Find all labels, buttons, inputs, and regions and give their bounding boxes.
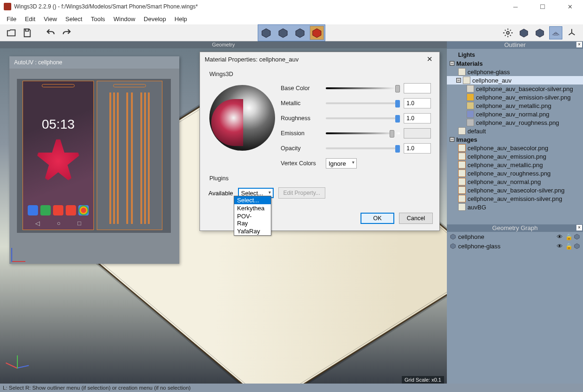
outliner-image-item[interactable]: auvBG	[447, 203, 583, 211]
outliner-texture-item[interactable]: cellphone_auv_basecolor-silver.png	[447, 85, 583, 93]
roughness-label: Roughness	[281, 115, 322, 122]
menu-view[interactable]: View	[40, 15, 61, 23]
outliner-image-item[interactable]: cellphone_auv_metallic.png	[447, 161, 583, 169]
opacity-label: Opacity	[281, 145, 322, 152]
save-icon[interactable]	[21, 26, 34, 39]
lock-icon[interactable]: 🔒	[565, 233, 572, 240]
outliner-image-item[interactable]: cellphone_auv_basecolor-silver.png	[447, 186, 583, 194]
dialog-group-label: Wings3D	[209, 71, 433, 77]
svg-marker-1	[279, 29, 287, 38]
outliner-material-item[interactable]: cellphone-glass	[447, 68, 583, 76]
outliner-image-item[interactable]: cellphone_auv_roughness.png	[447, 169, 583, 177]
visibility-icon[interactable]: 👁	[557, 233, 563, 240]
plugin-option[interactable]: Kerkythea	[234, 204, 271, 212]
available-label: Available	[208, 190, 233, 197]
app-icon	[53, 205, 63, 215]
wire-icon[interactable]	[574, 233, 580, 240]
axes-icon[interactable]	[565, 26, 578, 39]
uv-island-front[interactable]: 05:13 ◁○□	[23, 81, 94, 230]
outliner-material-item-selected[interactable]: − cellphone_auv	[447, 76, 583, 85]
menu-window[interactable]: Window	[110, 15, 139, 23]
vertex-colors-dropdown[interactable]: Ignore	[326, 158, 357, 169]
edit-property-button: Edit Property...	[278, 187, 325, 199]
svg-marker-0	[262, 29, 270, 38]
outliner-image-item[interactable]: cellphone_auv_emission-silver.png	[447, 194, 583, 203]
outliner-texture-item[interactable]: cellphone_auv_metallic.png	[447, 101, 583, 110]
metallic-input[interactable]	[404, 98, 431, 108]
svg-marker-8	[575, 234, 580, 239]
undo-icon[interactable]	[44, 26, 57, 39]
geometry-graph-title: Geometry Graph ×	[447, 224, 583, 232]
roughness-slider[interactable]	[326, 115, 400, 122]
menu-tools[interactable]: Tools	[87, 15, 108, 23]
wire-icon[interactable]	[574, 243, 580, 249]
face-mode-button[interactable]	[293, 26, 307, 40]
shade-flat-icon[interactable]	[517, 26, 530, 39]
opacity-slider[interactable]	[326, 145, 400, 152]
outliner-texture-item[interactable]: cellphone_auv_emission-silver.png	[447, 93, 583, 101]
outliner-close-button[interactable]: ×	[576, 42, 582, 47]
vertex-mode-button[interactable]	[259, 26, 273, 40]
outliner-materials-header[interactable]: − Materials	[447, 59, 583, 68]
outliner-image-item[interactable]: cellphone_auv_basecolor.png	[447, 144, 583, 152]
metallic-label: Metallic	[281, 100, 322, 107]
outliner-title: Outliner ×	[447, 41, 583, 49]
edge-mode-button[interactable]	[276, 26, 290, 40]
geometry-graph-panel: Geometry Graph × cellphone 👁 🔒 cellphone…	[447, 224, 583, 384]
lock-icon[interactable]: 🔒	[565, 243, 572, 249]
outliner-images-header[interactable]: − Images	[447, 135, 583, 144]
uv-island-back[interactable]	[97, 81, 162, 230]
outliner-material-item[interactable]: default	[447, 127, 583, 135]
roughness-input[interactable]	[404, 113, 431, 123]
window-maximize-button[interactable]: ☐	[533, 3, 552, 10]
emission-swatch[interactable]	[404, 128, 431, 138]
dialog-titlebar[interactable]: Material Properties: cellphone_auv ✕	[200, 52, 439, 66]
outliner-image-item[interactable]: cellphone_auv_emission.png	[447, 152, 583, 161]
autouv-window[interactable]: AutoUV : cellphone 05:13 ◁○□	[9, 56, 179, 264]
autouv-viewport[interactable]: 05:13 ◁○□	[9, 69, 179, 264]
geometry-graph-item[interactable]: cellphone 👁 🔒	[447, 232, 583, 241]
menu-help[interactable]: Help	[171, 15, 191, 23]
opacity-input[interactable]	[404, 143, 431, 154]
menu-select[interactable]: Select	[61, 15, 86, 23]
viewport-title: Geometry	[0, 41, 447, 48]
window-minimize-button[interactable]: ─	[506, 3, 525, 10]
toolbar	[0, 24, 583, 41]
plugin-option[interactable]: YafaRay	[234, 227, 271, 235]
menu-file[interactable]: File	[3, 15, 20, 23]
plugin-option[interactable]: Select...	[234, 196, 271, 204]
geometry-graph-item[interactable]: cellphone-glass 👁 🔒	[447, 241, 583, 251]
geometry-graph-close-button[interactable]: ×	[576, 225, 582, 231]
base-color-label: Base Color	[281, 85, 322, 92]
visibility-icon[interactable]: 👁	[557, 243, 563, 249]
emission-slider[interactable]	[326, 130, 400, 137]
dialog-close-button[interactable]: ✕	[425, 55, 435, 63]
vertex-colors-label: Vertex Colors	[281, 160, 322, 167]
menu-edit[interactable]: Edit	[21, 15, 39, 23]
svg-marker-5	[520, 29, 528, 37]
autouv-title[interactable]: AutoUV : cellphone	[9, 56, 179, 69]
metallic-slider[interactable]	[326, 100, 400, 107]
base-color-slider[interactable]	[326, 85, 400, 92]
outliner-image-item[interactable]: cellphone_auv_normal.png	[447, 177, 583, 186]
dialog-title-text: Material Properties: cellphone_auv	[205, 56, 299, 63]
ok-button[interactable]: OK	[361, 213, 394, 224]
outliner-texture-item[interactable]: cellphone_auv_normal.png	[447, 110, 583, 118]
open-icon[interactable]	[5, 26, 18, 39]
collapse-toggle-icon[interactable]: −	[450, 61, 454, 66]
settings-icon[interactable]	[501, 26, 514, 39]
outliner-texture-item[interactable]: cellphone_auv_roughness.png	[447, 118, 583, 127]
redo-icon[interactable]	[60, 26, 73, 39]
window-close-button[interactable]: ✕	[560, 3, 579, 10]
outliner-panel: Outliner × Lights − Materials cellphone-…	[447, 41, 583, 224]
ground-plane-icon[interactable]	[549, 26, 562, 39]
outliner-lights-header[interactable]: Lights	[447, 51, 583, 59]
shade-smooth-icon[interactable]	[533, 26, 546, 39]
body-mode-button[interactable]	[310, 26, 324, 40]
menu-develop[interactable]: Develop	[140, 15, 170, 23]
plugin-option[interactable]: POV-Ray	[234, 212, 271, 227]
base-color-swatch[interactable]	[404, 83, 431, 93]
collapse-toggle-icon[interactable]: −	[450, 137, 454, 142]
collapse-toggle-icon[interactable]: −	[456, 78, 461, 83]
cancel-button[interactable]: Cancel	[399, 213, 433, 224]
